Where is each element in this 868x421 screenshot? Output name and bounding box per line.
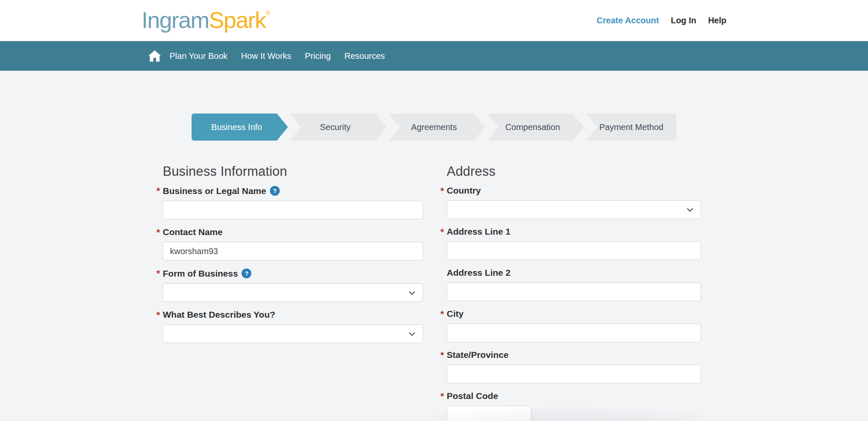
chevron-down-icon [409, 289, 415, 295]
step-label: Compensation [505, 122, 560, 132]
required-asterisk [440, 310, 444, 319]
required-asterisk [156, 310, 160, 320]
field-postal-code: Postal Code [447, 391, 701, 421]
address-line-2-input[interactable] [447, 283, 701, 301]
logo-ingram-text: Ingram [142, 7, 209, 33]
step-label: Payment Method [599, 122, 663, 132]
create-account-link[interactable]: Create Account [597, 16, 659, 25]
contact-name-input[interactable] [163, 242, 423, 260]
field-state-province: State/Province [447, 350, 701, 383]
site-header: IngramSpark® Create Account Log In Help [0, 0, 868, 41]
step-payment-method[interactable]: Payment Method [586, 114, 677, 141]
home-icon [148, 50, 161, 62]
address-section: Address Country Address Line 1 [447, 164, 701, 421]
nav-item-resources[interactable]: Resources [337, 49, 392, 64]
address-line-2-label: Address Line 2 [447, 268, 701, 277]
brand-logo[interactable]: IngramSpark® [142, 8, 270, 31]
required-asterisk [440, 392, 444, 401]
field-country: Country [447, 186, 701, 219]
state-province-label: State/Province [447, 350, 701, 360]
required-asterisk [440, 186, 444, 196]
state-province-input[interactable] [447, 365, 701, 383]
step-agreements[interactable]: Agreements [389, 114, 485, 141]
field-city: City [447, 309, 701, 342]
chevron-down-icon [687, 206, 693, 212]
nav-item-plan-your-book[interactable]: Plan Your Book [163, 49, 234, 64]
step-label: Agreements [411, 122, 457, 132]
help-icon[interactable] [242, 269, 251, 278]
header-links: Create Account Log In Help [597, 16, 726, 25]
chevron-down-icon [409, 330, 415, 336]
field-form-of-business: Form of Business [163, 269, 423, 302]
business-name-label: Business or Legal Name [163, 186, 423, 196]
form-of-business-label: Form of Business [163, 269, 423, 278]
login-link[interactable]: Log In [671, 16, 696, 25]
field-address-line-1: Address Line 1 [447, 227, 701, 260]
field-describes-you: What Best Describes You? [163, 310, 423, 343]
field-contact-name: Contact Name [163, 227, 423, 260]
progress-steps: Business Info Security Agreements Compen… [192, 114, 677, 141]
country-select[interactable] [447, 200, 701, 219]
postal-code-label: Postal Code [447, 391, 701, 401]
address-title: Address [447, 164, 701, 179]
required-asterisk [440, 351, 444, 360]
field-business-name: Business or Legal Name [163, 186, 423, 219]
required-asterisk [156, 269, 160, 278]
country-label: Country [447, 186, 701, 195]
nav-item-pricing[interactable]: Pricing [298, 49, 337, 64]
contact-name-label: Contact Name [163, 227, 423, 237]
required-asterisk [156, 186, 160, 196]
signup-form: Business Information Business or Legal N… [163, 164, 705, 421]
step-label: Business Info [211, 122, 262, 132]
main-nav: Plan Your Book How It Works Pricing Reso… [0, 41, 868, 71]
city-label: City [447, 309, 701, 319]
business-info-section: Business Information Business or Legal N… [163, 164, 423, 421]
postal-code-input[interactable] [447, 406, 531, 421]
step-label: Security [320, 122, 351, 132]
required-asterisk [440, 227, 444, 237]
required-asterisk [156, 228, 160, 237]
registered-mark: ® [266, 9, 270, 17]
step-business-info[interactable]: Business Info [192, 114, 288, 141]
business-name-input[interactable] [163, 201, 423, 219]
describes-you-label: What Best Describes You? [163, 310, 423, 319]
home-button[interactable] [147, 48, 163, 64]
main-content: Business Info Security Agreements Compen… [0, 114, 868, 421]
city-input[interactable] [447, 324, 701, 342]
help-link[interactable]: Help [708, 16, 726, 25]
describes-you-select[interactable] [163, 324, 423, 343]
form-of-business-select[interactable] [163, 283, 423, 302]
step-compensation[interactable]: Compensation [487, 114, 584, 141]
business-info-title: Business Information [163, 164, 423, 179]
step-security[interactable]: Security [290, 114, 387, 141]
field-address-line-2: Address Line 2 [447, 268, 701, 301]
help-icon[interactable] [270, 186, 280, 196]
address-line-1-label: Address Line 1 [447, 227, 701, 236]
nav-item-how-it-works[interactable]: How It Works [234, 49, 298, 64]
address-line-1-input[interactable] [447, 241, 701, 260]
logo-spark-text: Spark [209, 7, 266, 33]
